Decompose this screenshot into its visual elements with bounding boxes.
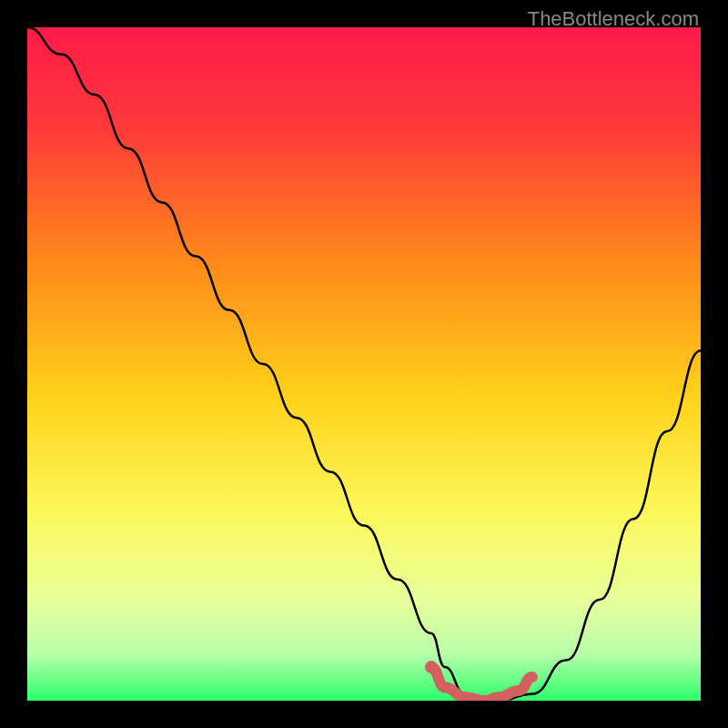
curve-layer [27, 27, 701, 701]
chart-container: TheBottleneck.com [0, 0, 728, 728]
bottleneck-curve [27, 27, 701, 701]
optimal-zone-highlight [431, 667, 532, 701]
highlight-dot-icon [425, 661, 438, 673]
watermark-text: TheBottleneck.com [528, 7, 699, 31]
plot-area [27, 27, 701, 701]
